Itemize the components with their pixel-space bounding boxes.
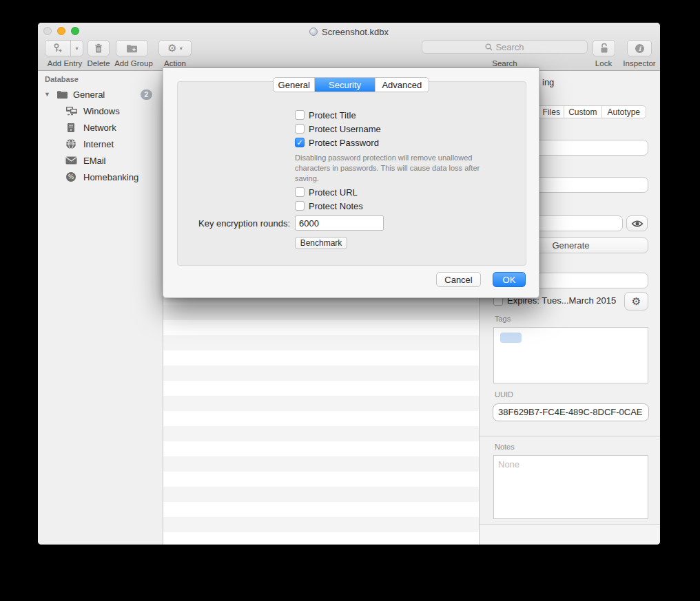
protect-title-checkbox[interactable]: [295, 110, 305, 120]
tab-custom[interactable]: Custom: [564, 106, 601, 118]
add-group-label: Add Group: [112, 59, 155, 67]
protect-title-row: Protect Title: [295, 110, 356, 120]
group-label: Internet: [83, 139, 114, 149]
search-placeholder: Search: [495, 42, 524, 52]
group-label: Network: [83, 123, 116, 133]
protect-username-row: Protect Username: [295, 124, 381, 134]
sidebar-item-general[interactable]: ▼ General 2: [38, 86, 163, 103]
entry-count-badge: 2: [141, 89, 152, 100]
checkbox-label: Protect Notes: [309, 201, 363, 211]
action-label: Action: [158, 59, 192, 67]
cancel-label: Cancel: [444, 275, 472, 285]
protect-url-checkbox[interactable]: [295, 187, 305, 197]
expires-settings-button[interactable]: ⚙: [624, 292, 648, 310]
show-password-button[interactable]: [626, 215, 648, 231]
database-settings-dialog: General Security Advanced Protect Title …: [163, 67, 539, 298]
folder-plus-icon: [126, 44, 138, 53]
tab-advanced[interactable]: Advanced: [375, 78, 429, 92]
uuid-label: UUID: [495, 390, 513, 399]
inspector-label: Inspector: [620, 59, 659, 67]
sidebar-item-homebanking[interactable]: % Homebanking: [38, 169, 163, 185]
generate-label: Generate: [552, 240, 589, 251]
sidebar-item-email[interactable]: EMail: [38, 152, 163, 169]
group-label: Windows: [83, 106, 120, 116]
inspector-footer: [480, 525, 660, 545]
protect-password-checkbox[interactable]: ✓: [295, 138, 305, 147]
sidebar-item-internet[interactable]: Internet: [38, 136, 163, 152]
folder-icon: [56, 90, 68, 99]
add-group-button[interactable]: [116, 40, 148, 56]
key-encryption-rounds-input[interactable]: [295, 215, 384, 231]
protect-notes-checkbox[interactable]: [295, 201, 305, 211]
tab-general[interactable]: General: [274, 78, 314, 92]
checkbox-label: Protect Title: [309, 110, 356, 120]
password-protection-warning: Disabling password protection will remov…: [295, 153, 533, 184]
svg-text:%: %: [68, 173, 74, 180]
disclosure-triangle-icon[interactable]: ▼: [44, 91, 50, 98]
search-input[interactable]: Search: [422, 40, 588, 54]
titlebar: Screenshot.kdbx ▾ Add Entry: [38, 23, 660, 71]
checkbox-label: Protect Username: [309, 124, 381, 134]
document-proxy-icon: [309, 28, 318, 36]
tab-autotype[interactable]: Autotype: [601, 106, 646, 118]
tab-security[interactable]: Security: [314, 78, 374, 92]
cancel-button[interactable]: Cancel: [436, 272, 481, 287]
percent-icon: %: [65, 171, 76, 182]
sidebar-header: Database: [45, 75, 79, 83]
key-plus-icon: [52, 43, 63, 54]
inspector-entry-title: ing: [542, 77, 554, 87]
group-label: EMail: [83, 156, 106, 166]
group-label: Homebanking: [83, 172, 138, 182]
protect-username-checkbox[interactable]: [295, 124, 305, 134]
key-encryption-rounds-label: Key encryption rounds:: [177, 218, 290, 229]
benchmark-button[interactable]: Benchmark: [295, 237, 347, 249]
inspector-button[interactable]: i: [627, 40, 652, 56]
chevron-down-icon: ▾: [180, 45, 183, 52]
sidebar-item-network[interactable]: Network: [38, 119, 163, 136]
gear-icon: ⚙: [632, 295, 641, 308]
sidebar: Database ▼ General 2 Windows: [38, 71, 163, 545]
divider: [480, 436, 660, 436]
lock-button[interactable]: [593, 40, 615, 56]
server-icon: [67, 123, 75, 133]
add-entry-button[interactable]: ▾: [45, 40, 83, 56]
desktop-background: Screenshot.kdbx ▾ Add Entry: [0, 0, 700, 601]
protect-url-row: Protect URL: [295, 187, 358, 197]
uuid-field[interactable]: 38F629B7-FC4E-489C-8DCF-0CAE: [493, 403, 649, 421]
tab-files[interactable]: Files: [538, 106, 564, 118]
group-label: General: [73, 89, 105, 100]
app-window: Screenshot.kdbx ▾ Add Entry: [38, 23, 660, 545]
checkbox-label: Protect Password: [309, 138, 379, 148]
globe-icon: [65, 138, 76, 149]
search-icon: [485, 43, 493, 51]
notes-label: Notes: [495, 443, 515, 451]
envelope-icon: [65, 156, 77, 165]
gear-icon: ⚙: [167, 42, 176, 54]
tags-label: Tags: [495, 315, 511, 323]
chevron-down-icon: ▾: [75, 45, 78, 52]
ok-button[interactable]: OK: [493, 272, 526, 287]
tags-box[interactable]: [493, 327, 648, 383]
trash-icon: [94, 43, 103, 54]
action-button[interactable]: ⚙ ▾: [158, 40, 192, 56]
eye-icon: [631, 220, 644, 228]
tag-token[interactable]: [500, 333, 522, 343]
sidebar-item-windows[interactable]: Windows: [38, 103, 163, 119]
search-label: Search: [451, 59, 558, 67]
dialog-tab-bar: General Security Advanced: [273, 77, 429, 92]
delete-button[interactable]: [88, 40, 110, 56]
protect-password-row: ✓ Protect Password: [295, 138, 379, 147]
benchmark-label: Benchmark: [300, 238, 342, 248]
unlock-icon: [599, 43, 609, 54]
checkbox-label: Protect URL: [309, 187, 358, 198]
protect-notes-row: Protect Notes: [295, 201, 363, 211]
windows-network-icon: [65, 106, 78, 116]
add-entry-dropdown[interactable]: ▾: [70, 41, 83, 56]
notes-field[interactable]: [493, 455, 648, 519]
ok-label: OK: [503, 275, 516, 285]
window-title: Screenshot.kdbx: [322, 27, 389, 37]
lock-label: Lock: [584, 59, 623, 67]
info-icon: i: [635, 43, 645, 54]
